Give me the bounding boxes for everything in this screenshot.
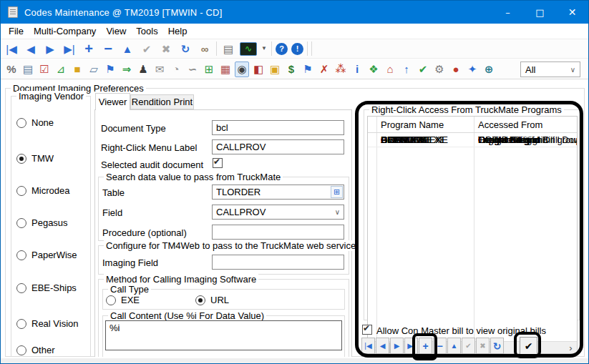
post-edit-icon[interactable]: ✔ xyxy=(139,41,155,56)
storefront-icon[interactable]: ◧ xyxy=(251,62,266,77)
percent-codes-icon[interactable]: % xyxy=(4,62,19,77)
org-chart-icon[interactable]: ⊞ xyxy=(202,62,216,77)
menu-item-tools[interactable]: Tools xyxy=(131,24,162,38)
selected-audit-document-checkbox[interactable] xyxy=(213,158,223,168)
grid-edit-icon[interactable]: ▲ xyxy=(447,338,461,354)
grid-prior-icon[interactable]: ◀ xyxy=(376,338,389,354)
next-record-icon[interactable]: ▶ xyxy=(42,41,58,56)
column-header-accessed-from[interactable]: Accessed From xyxy=(478,119,542,130)
filter-combobox[interactable]: All ∨ xyxy=(520,62,580,77)
grid-delete-icon[interactable]: − xyxy=(433,338,447,354)
shapes-icon[interactable]: ❖ xyxy=(366,62,381,77)
cancel-edit-icon[interactable]: ✖ xyxy=(158,41,174,56)
grid-first-icon[interactable]: |◀ xyxy=(361,338,375,354)
titlebar: Codes Maintenance @ TM2019 [TMWIN - CD] … xyxy=(1,1,588,24)
vendor-radio-microdea[interactable]: Microdea xyxy=(16,185,69,196)
close-button[interactable]: ✕ xyxy=(556,1,588,24)
insert-record-icon[interactable]: + xyxy=(81,41,97,56)
grid-cancel-icon[interactable]: ✖ xyxy=(476,338,490,354)
tab-viewer[interactable]: Viewer xyxy=(95,93,130,110)
table-input[interactable] xyxy=(212,185,344,200)
maximize-button[interactable]: □ xyxy=(524,1,556,24)
call-type-radio-exe[interactable]: EXE xyxy=(106,295,140,305)
vendor-radio-none[interactable]: None xyxy=(16,117,54,128)
scroll-right-icon[interactable]: › xyxy=(565,342,577,354)
prior-record-icon[interactable]: ◀ xyxy=(23,41,39,56)
menu-item-help[interactable]: Help xyxy=(163,24,193,38)
copy-profile-icon[interactable]: ▱ xyxy=(87,62,101,77)
vendor-radio-tmw[interactable]: TMW xyxy=(16,153,54,164)
apply-check-icon[interactable]: ✔ xyxy=(416,62,430,77)
confirm-ok-button[interactable]: ✔ xyxy=(520,337,537,355)
gift-box-icon[interactable]: ▣ xyxy=(268,62,282,77)
car-icon[interactable]: ● xyxy=(449,62,463,77)
table-label: Table xyxy=(102,187,125,198)
info-document-icon[interactable]: i xyxy=(350,62,364,77)
link-icon[interactable]: ∽ xyxy=(185,62,200,77)
help-icon[interactable]: ? xyxy=(276,43,288,55)
log-viewer-icon[interactable]: ∿ xyxy=(240,42,257,56)
chart-icon[interactable]: ⊿ xyxy=(54,62,68,77)
log-viewer-dropdown-icon[interactable]: ▼ xyxy=(261,41,268,56)
tm4web-group-label: Configure for TM4Web to pass to the Truc… xyxy=(104,240,358,251)
vendor-radio-real-vision[interactable]: Real Vision xyxy=(16,318,79,329)
edit-record-icon[interactable]: ▲ xyxy=(120,41,135,56)
calendar-icon[interactable]: ▦ xyxy=(218,62,233,77)
vendor-radio-paperwise[interactable]: PaperWise xyxy=(16,250,77,260)
grid-refresh-icon[interactable]: ↻ xyxy=(490,338,504,354)
table-row[interactable]: GLM.EXE GL Transaction Drill Down F xyxy=(368,133,577,147)
mail-check-icon[interactable]: ✉ xyxy=(152,62,167,77)
column-header-program-name[interactable]: Program Name xyxy=(381,119,444,130)
propeller-icon[interactable]: ✦ xyxy=(465,62,480,77)
refresh-icon[interactable]: ↻ xyxy=(177,41,193,56)
print-icon[interactable]: ▤ xyxy=(220,41,236,56)
import-icon[interactable]: ⇒ xyxy=(120,62,134,77)
minimize-button[interactable]: – xyxy=(492,1,524,24)
grid-last-icon[interactable]: ▶| xyxy=(404,338,418,354)
first-record-icon[interactable]: |◀ xyxy=(4,41,19,56)
grid-next-icon[interactable]: ▶ xyxy=(390,338,404,354)
delete-record-icon[interactable]: − xyxy=(100,41,116,56)
imaging-camera-icon[interactable]: ◉ xyxy=(235,62,249,77)
vendor-radio-pegasus[interactable]: Pegasus xyxy=(16,217,68,228)
home-icon[interactable]: ⌂ xyxy=(383,62,397,77)
package-icon[interactable]: ■ xyxy=(70,62,84,77)
radio-label: Real Vision xyxy=(31,318,79,329)
grid-insert-icon[interactable]: + xyxy=(419,338,432,354)
tree-icon[interactable]: ↑ xyxy=(399,62,414,77)
find-icon[interactable]: ∞ xyxy=(197,41,213,56)
method-group-label: Method for Calling Imaging Software xyxy=(104,274,258,285)
invoice-icon[interactable]: $ xyxy=(284,62,298,77)
call-type-radio-url[interactable]: URL xyxy=(195,295,229,305)
network-nodes-icon[interactable]: ⁂ xyxy=(334,62,348,77)
vendor-radio-other[interactable]: Other xyxy=(16,345,55,355)
call-content-textarea[interactable]: %i xyxy=(105,320,342,350)
table-lookup-button[interactable]: ⊞ xyxy=(331,186,343,198)
document-type-input[interactable] xyxy=(212,120,344,135)
flag-alt-icon[interactable]: ⚑ xyxy=(301,62,315,77)
gauge-icon[interactable]: ◔ xyxy=(169,62,183,77)
right-click-menu-label-input[interactable] xyxy=(212,139,344,154)
menu-item-multi-company[interactable]: Multi-Company xyxy=(29,24,101,38)
last-record-icon[interactable]: ▶| xyxy=(62,41,77,56)
network-delete-icon[interactable]: ✗ xyxy=(317,62,331,77)
flag-icon[interactable]: ⚑ xyxy=(103,62,117,77)
settings-gears-icon[interactable]: ⚙ xyxy=(432,62,447,77)
procedure-input[interactable] xyxy=(212,225,344,240)
radio-icon xyxy=(16,118,26,128)
grid-post-icon[interactable]: ✔ xyxy=(462,338,475,354)
table-rows: AMAN.EXE Freight Bill grid BILLCONS.EXE … xyxy=(368,133,577,340)
allow-con-master-checkbox[interactable] xyxy=(362,325,372,335)
vendor-radio-ebe-ships[interactable]: EBE-Ships xyxy=(16,282,77,293)
globe-icon[interactable]: ⊕ xyxy=(482,62,496,77)
driver-icon[interactable]: ♟ xyxy=(136,62,150,77)
field-combobox[interactable]: CALLPROV ∨ xyxy=(212,205,344,220)
imaging-field-input[interactable] xyxy=(212,255,344,270)
checklist-icon[interactable]: ☑ xyxy=(37,62,52,77)
menu-item-view[interactable]: View xyxy=(101,24,131,38)
tab-rendition-print[interactable]: Rendition Print xyxy=(130,94,194,109)
programs-table[interactable]: Program Name Accessed From AMAN.EXE Frei… xyxy=(367,116,578,354)
about-icon[interactable]: ! xyxy=(291,43,303,55)
menu-item-file[interactable]: File xyxy=(4,24,29,38)
audit-notes-icon[interactable]: ▤ xyxy=(21,62,35,77)
